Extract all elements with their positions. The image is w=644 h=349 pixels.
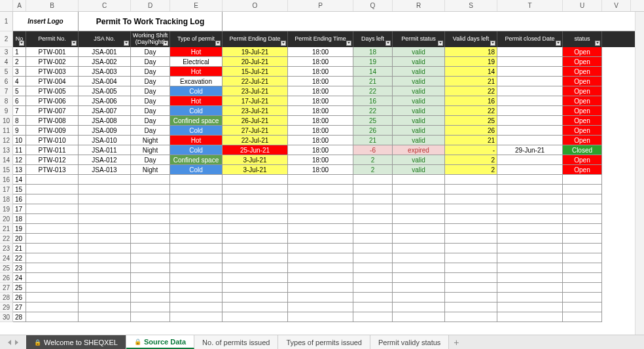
table-cell[interactable] bbox=[223, 214, 288, 224]
filter-dropdown-icon[interactable] bbox=[556, 41, 561, 46]
table-cell[interactable]: 22-Jul-21 bbox=[223, 136, 288, 145]
table-cell[interactable]: valid bbox=[393, 126, 445, 136]
table-cell[interactable]: 16 bbox=[13, 194, 26, 204]
table-cell[interactable] bbox=[497, 283, 563, 293]
table-cell[interactable] bbox=[26, 312, 79, 322]
row-header[interactable]: 20 bbox=[0, 214, 13, 224]
table-header-cell[interactable]: Permit Ending Date bbox=[223, 31, 288, 47]
chevron-right-icon[interactable] bbox=[15, 340, 18, 345]
table-cell[interactable]: 20-Jul-21 bbox=[223, 57, 288, 67]
table-cell[interactable]: Day bbox=[131, 67, 170, 77]
table-cell[interactable]: Open bbox=[563, 126, 602, 136]
table-cell[interactable] bbox=[131, 204, 170, 214]
table-cell[interactable]: Open bbox=[563, 116, 602, 126]
table-cell[interactable] bbox=[131, 175, 170, 185]
filter-dropdown-icon[interactable] bbox=[19, 41, 24, 46]
table-cell[interactable] bbox=[288, 293, 353, 303]
filter-dropdown-icon[interactable] bbox=[163, 41, 168, 46]
table-cell[interactable]: 18:00 bbox=[288, 57, 353, 67]
table-cell[interactable]: valid bbox=[393, 96, 445, 106]
table-cell[interactable]: 18:00 bbox=[288, 47, 353, 57]
table-cell[interactable] bbox=[497, 244, 563, 253]
table-cell[interactable] bbox=[26, 253, 79, 263]
table-cell[interactable]: 14 bbox=[13, 175, 26, 185]
table-cell[interactable] bbox=[497, 312, 563, 322]
corner-cell[interactable] bbox=[0, 0, 13, 11]
table-cell[interactable]: 18:00 bbox=[288, 126, 353, 136]
table-cell[interactable]: Closed bbox=[563, 145, 602, 155]
table-cell[interactable] bbox=[170, 293, 223, 303]
table-cell[interactable]: 22 bbox=[353, 86, 393, 96]
sheet-tab[interactable]: No. of permits issued bbox=[194, 335, 278, 349]
table-cell[interactable] bbox=[79, 273, 131, 283]
table-cell[interactable]: Open bbox=[563, 136, 602, 145]
table-cell[interactable] bbox=[170, 204, 223, 214]
table-cell[interactable]: 17 bbox=[13, 204, 26, 214]
table-cell[interactable]: JSA-011 bbox=[79, 145, 131, 155]
table-cell[interactable] bbox=[497, 126, 563, 136]
table-cell[interactable] bbox=[131, 214, 170, 224]
table-cell[interactable]: Day bbox=[131, 96, 170, 106]
row-header[interactable]: 24 bbox=[0, 253, 13, 263]
table-cell[interactable]: Day bbox=[131, 116, 170, 126]
table-cell[interactable] bbox=[131, 303, 170, 312]
table-cell[interactable]: 26 bbox=[445, 126, 497, 136]
table-cell[interactable]: 19 bbox=[445, 57, 497, 67]
table-cell[interactable] bbox=[497, 67, 563, 77]
table-cell[interactable]: 21 bbox=[445, 77, 497, 86]
sheet-tab[interactable]: Types of permits issued bbox=[278, 335, 370, 349]
table-cell[interactable] bbox=[497, 185, 563, 194]
table-cell[interactable] bbox=[26, 303, 79, 312]
table-cell[interactable] bbox=[497, 175, 563, 185]
table-cell[interactable]: 28 bbox=[13, 312, 26, 322]
table-cell[interactable] bbox=[288, 185, 353, 194]
table-cell[interactable]: JSA-006 bbox=[79, 96, 131, 106]
table-cell[interactable]: Cold bbox=[170, 106, 223, 116]
table-cell[interactable]: PTW-011 bbox=[26, 145, 79, 155]
table-cell[interactable]: valid bbox=[393, 77, 445, 86]
table-cell[interactable] bbox=[353, 214, 393, 224]
table-cell[interactable]: Open bbox=[563, 106, 602, 116]
table-cell[interactable] bbox=[497, 96, 563, 106]
table-cell[interactable] bbox=[445, 253, 497, 263]
table-cell[interactable]: valid bbox=[393, 57, 445, 67]
table-cell[interactable]: - bbox=[445, 145, 497, 155]
sheet-tab[interactable]: 🔒Source Data bbox=[126, 335, 194, 349]
table-header-cell[interactable]: JSA No. bbox=[79, 31, 131, 47]
table-cell[interactable]: Day bbox=[131, 126, 170, 136]
column-header[interactable]: T bbox=[497, 0, 563, 11]
table-cell[interactable] bbox=[353, 303, 393, 312]
table-cell[interactable] bbox=[497, 263, 563, 273]
table-cell[interactable] bbox=[288, 175, 353, 185]
table-header-cell[interactable]: Permit No. bbox=[26, 31, 79, 47]
table-cell[interactable] bbox=[79, 175, 131, 185]
table-cell[interactable]: valid bbox=[393, 47, 445, 57]
table-cell[interactable]: JSA-003 bbox=[79, 67, 131, 77]
table-cell[interactable]: 13 bbox=[13, 165, 26, 175]
table-cell[interactable]: 22 bbox=[13, 253, 26, 263]
table-cell[interactable] bbox=[223, 253, 288, 263]
table-cell[interactable] bbox=[170, 273, 223, 283]
table-cell[interactable] bbox=[563, 234, 602, 244]
column-header[interactable]: P bbox=[288, 0, 353, 11]
table-cell[interactable] bbox=[26, 214, 79, 224]
table-cell[interactable] bbox=[563, 253, 602, 263]
filter-dropdown-icon[interactable] bbox=[281, 41, 286, 46]
table-cell[interactable] bbox=[353, 293, 393, 303]
table-cell[interactable]: 27-Jul-21 bbox=[223, 126, 288, 136]
table-cell[interactable] bbox=[393, 244, 445, 253]
add-sheet-button[interactable]: + bbox=[449, 335, 463, 349]
table-cell[interactable]: Night bbox=[131, 136, 170, 145]
table-cell[interactable]: valid bbox=[393, 67, 445, 77]
table-header-cell[interactable]: Permit Ending Time bbox=[288, 31, 353, 47]
table-cell[interactable] bbox=[497, 214, 563, 224]
table-cell[interactable]: 3-Jul-21 bbox=[223, 165, 288, 175]
table-cell[interactable]: Hot bbox=[170, 47, 223, 57]
table-cell[interactable] bbox=[497, 116, 563, 126]
table-cell[interactable] bbox=[445, 312, 497, 322]
table-cell[interactable]: valid bbox=[393, 106, 445, 116]
table-cell[interactable] bbox=[170, 253, 223, 263]
table-cell[interactable] bbox=[170, 234, 223, 244]
table-cell[interactable]: Open bbox=[563, 165, 602, 175]
column-header[interactable]: S bbox=[445, 0, 497, 11]
